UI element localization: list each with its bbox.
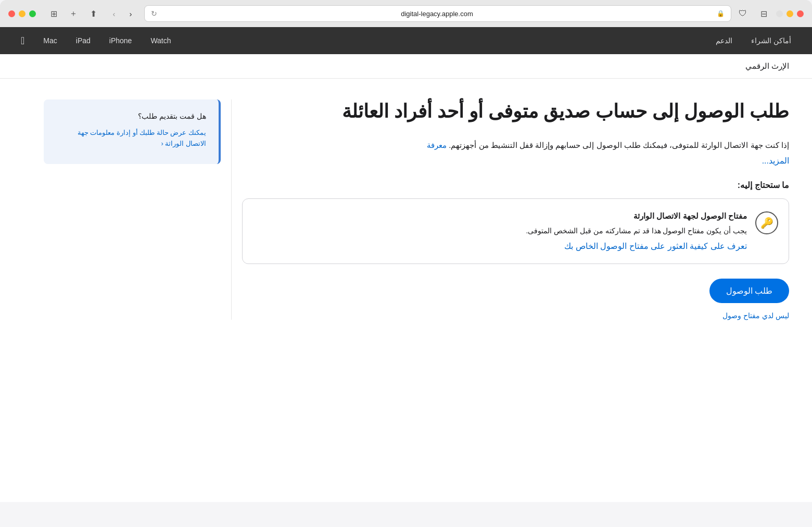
dot3 <box>797 10 804 17</box>
what-you-need-title: ما ستحتاج إليه: <box>242 180 789 190</box>
breadcrumb: الإرث الرقمي <box>745 61 789 70</box>
no-key-link[interactable]: ليس لدي مفتاح وصول <box>242 311 789 320</box>
nav-store-locator[interactable]: أماكن الشراء <box>751 36 791 45</box>
nav-ipad[interactable]: iPad <box>76 36 91 45</box>
info-card-text: مفتاح الوصول لجهة الاتصال الوارثة يجب أن… <box>255 211 747 250</box>
apple-nav-right:  Mac iPad iPhone Watch <box>21 35 171 47</box>
learn-more-link[interactable]: معرفة <box>427 141 447 149</box>
info-card: 🔑 مفتاح الوصول لجهة الاتصال الوارثة يجب … <box>242 198 789 264</box>
article: طلب الوصول إلى حساب صديق متوفى أو أحد أف… <box>242 99 789 320</box>
address-bar[interactable]: ↻ digital-legacy.apple.com 🔒 <box>144 5 731 22</box>
back-arrow[interactable]: ‹ <box>107 6 121 21</box>
share-icon[interactable]: ⬆ <box>86 6 100 21</box>
sidebar-link[interactable]: يمكنك عرض حالة طلبك أو إدارة معلومات جهة… <box>78 129 206 147</box>
traffic-lights <box>776 10 804 17</box>
nav-support[interactable]: الدعم <box>716 36 732 45</box>
info-card-desc: يجب أن يكون مفتاح الوصول هذا قد تم مشارك… <box>255 225 747 236</box>
article-title: طلب الوصول إلى حساب صديق متوفى أو أحد أف… <box>242 99 789 124</box>
more-link[interactable]: المزيد... <box>762 156 789 165</box>
nav-extra: ⊟ <box>756 6 804 21</box>
lock-icon: 🔒 <box>717 10 725 17</box>
address-bar-wrapper: ↻ digital-legacy.apple.com 🔒 🛡 <box>144 5 750 22</box>
nav-arrows: ‹ › <box>107 6 138 21</box>
page-wrapper: الإرث الرقمي طلب الوصول إلى حساب صديق مت… <box>0 54 812 502</box>
url-text: digital-legacy.apple.com <box>161 10 713 18</box>
dot1 <box>776 10 783 17</box>
grid-icon[interactable]: ⊞ <box>46 6 61 21</box>
new-tab-icon[interactable]: ＋ <box>66 6 81 21</box>
article-body: إذا كنت جهة الاتصال الوارثة للمتوفى، فيم… <box>242 139 789 152</box>
key-icon: 🔑 <box>755 211 778 234</box>
info-card-title: مفتاح الوصول لجهة الاتصال الوارثة <box>255 211 747 221</box>
find-key-link[interactable]: تعرف على كيفية العثور على مفتاح الوصول ا… <box>564 242 747 250</box>
vertical-divider <box>231 99 232 320</box>
request-access-button[interactable]: طلب الوصول <box>709 279 789 303</box>
breadcrumb-bar: الإرث الرقمي <box>0 54 812 79</box>
apple-logo[interactable]:  <box>21 35 24 47</box>
cta-section: طلب الوصول ليس لدي مفتاح وصول <box>242 279 789 320</box>
browser-toolbar: ⊞ ＋ ⬆ ‹ › ↻ digital-legacy.apple.com 🔒 🛡… <box>8 5 804 27</box>
article-body-text: إذا كنت جهة الاتصال الوارثة للمتوفى، فيم… <box>447 141 789 149</box>
maximize-button[interactable] <box>29 10 36 17</box>
minimize-button[interactable] <box>19 10 26 17</box>
dot2 <box>786 10 793 17</box>
apple-nav-left: الدعم أماكن الشراء <box>716 36 791 45</box>
apple-nav:  Mac iPad iPhone Watch الدعم أماكن الشر… <box>0 27 812 54</box>
sidebar-toggle-icon[interactable]: ⊟ <box>756 6 771 21</box>
window-controls <box>8 10 36 17</box>
sidebar-card: هل قمت بتقديم طلب؟ يمكنك عرض حالة طلبك أ… <box>44 99 221 164</box>
sidebar: هل قمت بتقديم طلب؟ يمكنك عرض حالة طلبك أ… <box>23 99 221 320</box>
close-button[interactable] <box>8 10 15 17</box>
nav-mac[interactable]: Mac <box>43 36 57 45</box>
browser-icons-left: ⊞ ＋ ⬆ <box>46 6 100 21</box>
forward-arrow[interactable]: › <box>123 6 138 21</box>
refresh-icon[interactable]: ↻ <box>151 9 157 18</box>
sidebar-question: هل قمت بتقديم طلب؟ <box>56 112 206 120</box>
nav-iphone[interactable]: iPhone <box>109 36 132 45</box>
shield-icon[interactable]: 🛡 <box>735 6 750 21</box>
browser-chrome: ⊞ ＋ ⬆ ‹ › ↻ digital-legacy.apple.com 🔒 🛡… <box>0 0 812 27</box>
nav-watch[interactable]: Watch <box>150 36 171 45</box>
main-content: طلب الوصول إلى حساب صديق متوفى أو أحد أف… <box>0 79 812 341</box>
